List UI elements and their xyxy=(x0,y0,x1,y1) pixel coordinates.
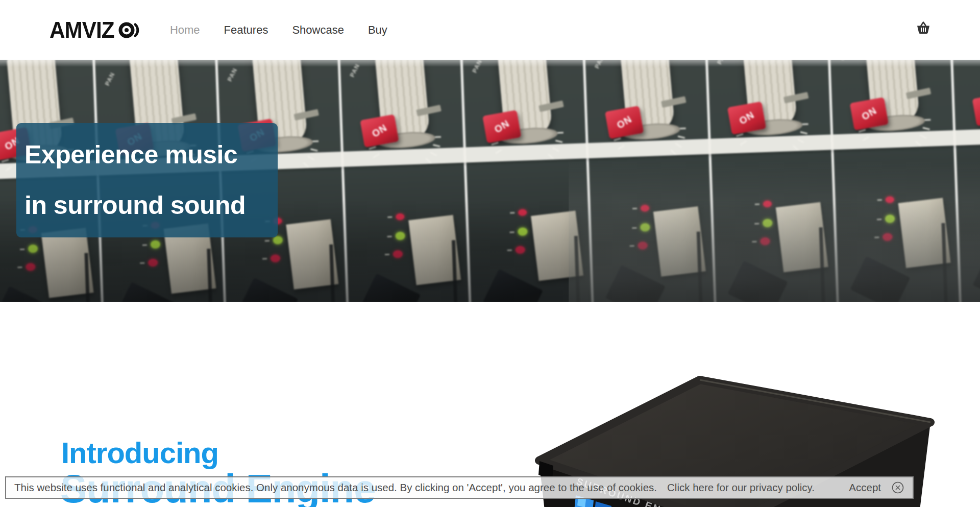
nav-buy[interactable]: Buy xyxy=(368,23,387,37)
privacy-policy-link[interactable]: Click here for our privacy policy. xyxy=(667,481,815,494)
accept-cookies-button[interactable]: Accept xyxy=(849,481,881,494)
intro-kicker: Introducing xyxy=(61,436,218,470)
main-nav: Home Features Showcase Buy xyxy=(170,23,387,37)
hero-tagline: Experience music in surround sound xyxy=(16,123,278,237)
hero-image: PAN ON PAN xyxy=(0,60,980,302)
nav-features[interactable]: Features xyxy=(224,23,268,37)
close-banner-icon[interactable] xyxy=(891,481,904,494)
tagline-line-1: Experience music xyxy=(24,130,278,180)
tagline-line-2: in surround sound xyxy=(24,180,278,231)
nav-showcase[interactable]: Showcase xyxy=(292,23,344,37)
basket-icon[interactable] xyxy=(915,20,932,37)
site-header: AMVIZ Home Features Showcase Buy xyxy=(0,0,980,60)
logo-speaker-icon xyxy=(118,21,141,39)
logo[interactable]: AMVIZ xyxy=(50,17,141,43)
cookie-message: This website uses functional and analyti… xyxy=(14,481,657,494)
nav-home[interactable]: Home xyxy=(170,23,200,37)
logo-text: AMVIZ xyxy=(50,17,114,43)
cookie-banner: This website uses functional and analyti… xyxy=(5,476,914,499)
